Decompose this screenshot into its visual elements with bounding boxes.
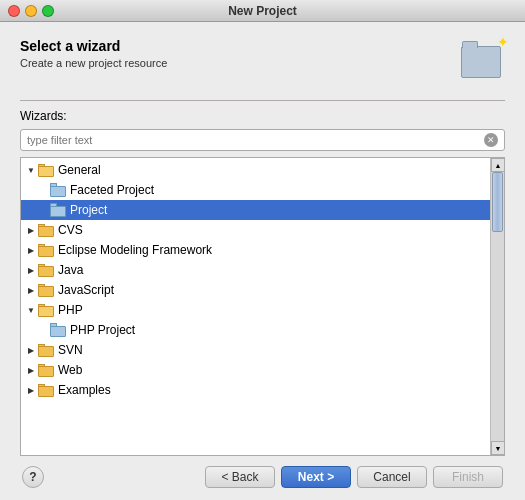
scrollbar[interactable]: ▲ ▼ — [490, 158, 504, 455]
back-button[interactable]: < Back — [205, 466, 275, 488]
tree-label-faceted: Faceted Project — [70, 183, 154, 197]
project-icon-project — [50, 203, 66, 217]
tree-container: GeneralFaceted ProjectProjectCVSEclipse … — [20, 157, 505, 456]
toggle-arrow-java — [25, 264, 37, 276]
tree-item-web[interactable]: Web — [21, 360, 504, 380]
scroll-up-button[interactable]: ▲ — [491, 158, 505, 172]
tree-item-emf[interactable]: Eclipse Modeling Framework — [21, 240, 504, 260]
project-icon-php-project — [50, 323, 66, 337]
action-buttons: < Back Next > Cancel Finish — [205, 466, 503, 488]
folder-icon-cvs — [38, 224, 54, 237]
folder-icon-svn — [38, 344, 54, 357]
toggle-arrow-examples — [25, 384, 37, 396]
cancel-button[interactable]: Cancel — [357, 466, 427, 488]
header-text: Select a wizard Create a new project res… — [20, 38, 167, 69]
tree-label-examples: Examples — [58, 383, 111, 397]
tree-item-faceted[interactable]: Faceted Project — [21, 180, 504, 200]
wizards-label: Wizards: — [20, 109, 505, 123]
finish-button[interactable]: Finish — [433, 466, 503, 488]
title-bar: New Project — [0, 0, 525, 22]
help-button[interactable]: ? — [22, 466, 44, 488]
tree-label-java: Java — [58, 263, 83, 277]
tree-label-svn: SVN — [58, 343, 83, 357]
toggle-arrow-web — [25, 364, 37, 376]
tree-item-general[interactable]: General — [21, 160, 504, 180]
toggle-arrow-general — [25, 164, 37, 176]
next-button[interactable]: Next > — [281, 466, 351, 488]
tree-scroll-area: GeneralFaceted ProjectProjectCVSEclipse … — [21, 158, 504, 455]
maximize-button[interactable] — [42, 5, 54, 17]
folder-icon-java — [38, 264, 54, 277]
tree-item-project[interactable]: Project — [21, 200, 504, 220]
dialog-heading: Select a wizard — [20, 38, 167, 54]
folder-icon-general — [38, 164, 54, 177]
folder-icon-javascript — [38, 284, 54, 297]
tree-label-php: PHP — [58, 303, 83, 317]
tree-item-examples[interactable]: Examples — [21, 380, 504, 400]
tree-label-php-project: PHP Project — [70, 323, 135, 337]
tree-item-svn[interactable]: SVN — [21, 340, 504, 360]
sparkle-icon: ✦ — [497, 34, 509, 50]
tree-item-php[interactable]: PHP — [21, 300, 504, 320]
tree-label-project: Project — [70, 203, 107, 217]
close-button[interactable] — [8, 5, 20, 17]
toggle-arrow-php — [25, 304, 37, 316]
tree-label-web: Web — [58, 363, 82, 377]
toggle-arrow-emf — [25, 244, 37, 256]
dialog-subtext: Create a new project resource — [20, 57, 167, 69]
toggle-arrow-javascript — [25, 284, 37, 296]
tree-label-cvs: CVS — [58, 223, 83, 237]
scroll-down-button[interactable]: ▼ — [491, 441, 505, 455]
window-title: New Project — [228, 4, 297, 18]
tree-label-emf: Eclipse Modeling Framework — [58, 243, 212, 257]
folder-large-icon — [461, 46, 501, 78]
toggle-arrow-svn — [25, 344, 37, 356]
folder-icon-emf — [38, 244, 54, 257]
folder-icon-php — [38, 304, 54, 317]
tree-label-javascript: JavaScript — [58, 283, 114, 297]
project-icon-faceted — [50, 183, 66, 197]
button-bar: ? < Back Next > Cancel Finish — [20, 466, 505, 488]
minimize-button[interactable] — [25, 5, 37, 17]
toggle-arrow-cvs — [25, 224, 37, 236]
tree-item-java[interactable]: Java — [21, 260, 504, 280]
search-bar[interactable]: ✕ — [20, 129, 505, 151]
window-controls — [8, 5, 54, 17]
scroll-thumb[interactable] — [492, 172, 503, 232]
folder-icon-examples — [38, 384, 54, 397]
divider — [20, 100, 505, 101]
tree-label-general: General — [58, 163, 101, 177]
tree-item-cvs[interactable]: CVS — [21, 220, 504, 240]
tree-item-javascript[interactable]: JavaScript — [21, 280, 504, 300]
scroll-track — [491, 172, 504, 441]
search-clear-icon[interactable]: ✕ — [484, 133, 498, 147]
tree-item-php-project[interactable]: PHP Project — [21, 320, 504, 340]
help-icon: ? — [29, 470, 36, 484]
search-input[interactable] — [27, 134, 484, 146]
header-icon: ✦ — [457, 38, 505, 86]
folder-icon-web — [38, 364, 54, 377]
